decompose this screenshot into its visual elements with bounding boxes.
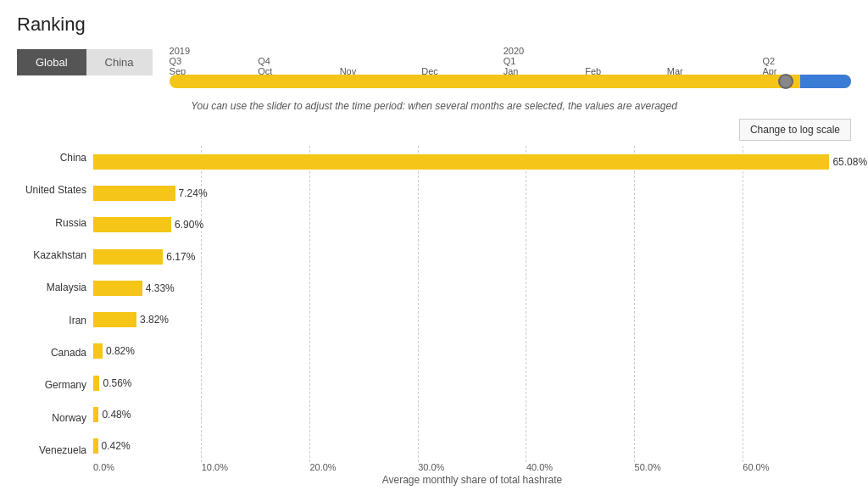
- chart-area: Change to log scale China United States …: [17, 119, 851, 488]
- timeline-label-2019q3: 2019 Q3 Sep: [170, 46, 190, 76]
- bar-row-china: 65.08%: [93, 150, 851, 174]
- chart-inner: China United States Russia Kazakhstan Ma…: [17, 146, 851, 488]
- bar-us: [93, 186, 175, 201]
- timeline-label-2020q1: 2020 Q1 Jan: [504, 46, 524, 76]
- bar-row-germany: 0.56%: [93, 371, 851, 395]
- y-label-venezuela: Venezuela: [17, 438, 93, 462]
- tab-china[interactable]: China: [86, 49, 153, 75]
- y-label-norway: Norway: [17, 406, 93, 430]
- y-axis: China United States Russia Kazakhstan Ma…: [17, 146, 93, 488]
- bar-label-iran: 3.82%: [140, 314, 169, 326]
- bar-label-germany: 0.56%: [103, 377, 131, 389]
- timeline-label-nov: Nov: [340, 46, 357, 76]
- y-label-germany: Germany: [17, 373, 93, 397]
- bar-canada: [93, 343, 103, 359]
- bar-row-russia: 6.90%: [93, 213, 851, 237]
- log-scale-button[interactable]: Change to log scale: [739, 119, 851, 141]
- bars-section: 65.08% 7.24% 6.90% 6.17%: [93, 146, 851, 488]
- timeline-label-q2: Q2 Apr: [762, 46, 776, 76]
- slider-end-cap: [800, 75, 851, 88]
- bar-label-venezuela: 0.42%: [102, 440, 131, 452]
- bar-venezuela: [93, 438, 98, 454]
- y-label-kazakhstan: Kazakhstan: [17, 243, 93, 267]
- timeline-section: 2019 Q3 Sep Q4 Oct Nov Dec: [170, 44, 851, 92]
- bar-label-russia: 6.90%: [175, 219, 203, 231]
- bar-norway: [93, 407, 98, 422]
- bar-row-us: 7.24%: [93, 181, 851, 205]
- y-label-canada: Canada: [17, 341, 93, 365]
- bar-label-china: 65.08%: [832, 156, 867, 168]
- timeline-label-q4: Q4 Oct: [258, 46, 272, 76]
- y-label-malaysia: Malaysia: [17, 276, 93, 299]
- bar-label-us: 7.24%: [179, 187, 208, 199]
- bar-label-kazakhstan: 6.17%: [166, 251, 195, 263]
- bar-china: [93, 154, 829, 170]
- bar-row-kazakhstan: 6.17%: [93, 245, 851, 269]
- timeline-label-feb: Feb: [585, 46, 601, 76]
- bar-row-norway: 0.48%: [93, 403, 851, 426]
- bar-row-malaysia: 4.33%: [93, 276, 851, 300]
- y-label-us: United States: [17, 178, 93, 202]
- bars-container: 65.08% 7.24% 6.90% 6.17%: [93, 146, 851, 488]
- y-label-china: China: [17, 146, 93, 170]
- bar-germany: [93, 376, 99, 391]
- bar-label-canada: 0.82%: [106, 345, 135, 357]
- bar-iran: [93, 312, 136, 327]
- bar-label-malaysia: 4.33%: [146, 282, 175, 294]
- bar-label-norway: 0.48%: [102, 409, 131, 421]
- bar-row-canada: 0.82%: [93, 339, 851, 363]
- bar-row-iran: 3.82%: [93, 308, 851, 332]
- timeline-label-mar: Mar: [667, 46, 683, 76]
- timeline-slider[interactable]: [170, 75, 851, 88]
- bar-kazakhstan: [93, 249, 163, 265]
- timeline-label-dec: Dec: [421, 46, 438, 76]
- bar-malaysia: [93, 281, 142, 296]
- tab-global[interactable]: Global: [17, 49, 86, 75]
- hint-text: You can use the slider to adjust the tim…: [17, 100, 851, 112]
- y-label-russia: Russia: [17, 211, 93, 235]
- bar-row-venezuela: 0.42%: [93, 434, 851, 458]
- slider-handle[interactable]: [778, 74, 793, 89]
- timeline-labels: 2019 Q3 Sep Q4 Oct Nov Dec: [170, 46, 851, 73]
- tab-group: Global China: [17, 49, 153, 75]
- page-title: Ranking: [17, 14, 851, 36]
- bar-russia: [93, 217, 171, 232]
- y-label-iran: Iran: [17, 309, 93, 332]
